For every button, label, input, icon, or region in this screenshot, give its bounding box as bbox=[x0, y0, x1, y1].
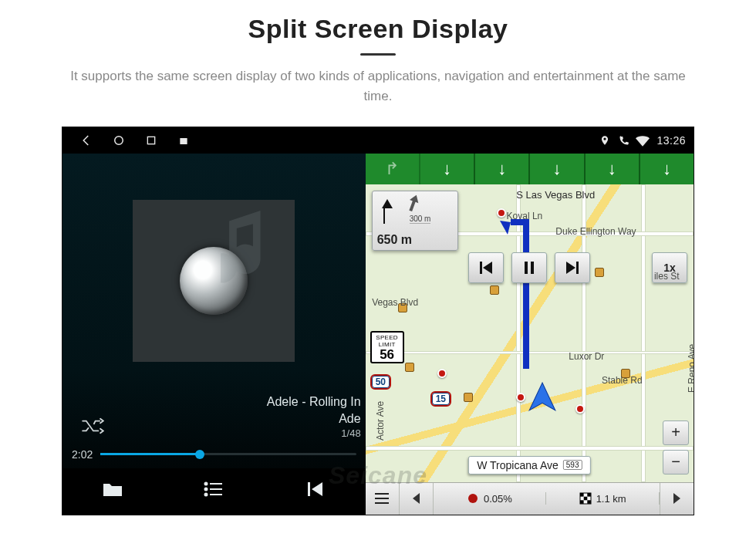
distance-remaining-value: 1.1 km bbox=[596, 493, 626, 505]
music-control-bar bbox=[62, 468, 366, 515]
phone-icon bbox=[618, 133, 629, 147]
nav-bottom-bar: 0.05% 1.1 km bbox=[366, 482, 694, 515]
nav-prev-button[interactable] bbox=[400, 483, 434, 515]
screenshot-icon bbox=[167, 134, 200, 147]
svg-point-5 bbox=[205, 493, 208, 495]
turn-card: 300 m 650 m bbox=[372, 191, 458, 251]
lane-guidance-bar: ↱ ↓ ↓ ↓ ↓ ↓ bbox=[366, 154, 694, 184]
previous-track-button[interactable] bbox=[265, 481, 366, 502]
svg-rect-7 bbox=[531, 262, 534, 274]
svg-point-0 bbox=[115, 137, 123, 145]
track-title: Adele - Rolling In bbox=[118, 393, 361, 410]
elapsed-time: 2:02 bbox=[72, 448, 93, 461]
wifi-icon bbox=[636, 134, 650, 147]
svg-rect-14 bbox=[587, 500, 591, 504]
current-street-sign: W Tropicana Ave 593 bbox=[468, 456, 590, 475]
nav-next-button[interactable] bbox=[660, 483, 694, 515]
lane-arrow-icon: ↓ bbox=[640, 154, 694, 184]
highway-shield: 50 bbox=[370, 374, 391, 390]
lane-arrow-icon: ↓ bbox=[530, 154, 585, 184]
route-progress-value: 0.05% bbox=[484, 493, 512, 505]
svg-rect-2 bbox=[180, 138, 187, 144]
gps-icon bbox=[599, 133, 610, 147]
android-statusbar: 13:26 bbox=[62, 127, 694, 154]
sim-prev-button[interactable] bbox=[468, 252, 504, 283]
zoom-in-button[interactable]: + bbox=[663, 420, 689, 445]
lane-arrow-icon: ↓ bbox=[475, 154, 530, 184]
track-artist: Ade bbox=[118, 410, 361, 427]
zoom-out-button[interactable]: − bbox=[663, 450, 689, 475]
speed-limit-sign: SPEED LIMIT 56 bbox=[370, 331, 404, 363]
svg-rect-10 bbox=[580, 493, 584, 497]
street-label: Vegas Blvd bbox=[372, 297, 418, 308]
svg-rect-12 bbox=[583, 497, 587, 501]
nav-menu-button[interactable] bbox=[366, 483, 400, 515]
track-counter: 1/48 bbox=[118, 427, 361, 441]
album-art bbox=[133, 200, 295, 362]
svg-rect-1 bbox=[147, 137, 154, 144]
back-button[interactable] bbox=[70, 133, 103, 147]
playlist-button[interactable] bbox=[164, 481, 265, 502]
svg-point-8 bbox=[468, 494, 478, 503]
track-info: Adele - Rolling In Ade 1/48 bbox=[62, 393, 366, 444]
route-line bbox=[488, 218, 611, 376]
sim-speed-button[interactable]: 1x bbox=[652, 252, 687, 283]
next-turn-distance: 300 m bbox=[410, 214, 431, 224]
recents-button[interactable] bbox=[135, 133, 167, 147]
svg-point-4 bbox=[205, 488, 208, 490]
navigation-app-pane: ↱ ↓ ↓ ↓ ↓ ↓ bbox=[366, 154, 694, 515]
heading-divider bbox=[360, 53, 396, 56]
route-progress: 0.05% bbox=[434, 492, 547, 505]
sim-next-button[interactable] bbox=[555, 252, 590, 283]
map-canvas[interactable]: 300 m 650 m 1x bbox=[366, 184, 694, 482]
music-note-icon bbox=[221, 211, 282, 291]
lane-arrow-icon: ↱ bbox=[366, 154, 420, 184]
highway-shield: 15 bbox=[430, 391, 451, 407]
page-subtitle: It supports the same screen display of t… bbox=[62, 66, 694, 107]
street-label: Actor Ave bbox=[375, 401, 386, 441]
svg-rect-11 bbox=[587, 493, 591, 497]
vehicle-cursor-icon bbox=[526, 381, 559, 417]
svg-rect-13 bbox=[580, 500, 584, 504]
sim-controls bbox=[468, 252, 590, 283]
map-pin-icon bbox=[497, 208, 506, 218]
zoom-controls: + − bbox=[663, 420, 689, 475]
home-button[interactable] bbox=[103, 133, 135, 147]
turn-distance: 650 m bbox=[377, 233, 453, 247]
lane-arrow-icon: ↓ bbox=[420, 154, 475, 184]
svg-point-3 bbox=[205, 482, 208, 485]
speed-limit-value: 56 bbox=[372, 348, 403, 361]
street-sign-number: 593 bbox=[563, 460, 582, 470]
street-sign-name: W Tropicana Ave bbox=[477, 459, 559, 471]
music-app-pane: Adele - Rolling In Ade 1/48 2:02 bbox=[62, 154, 366, 515]
status-clock: 13:26 bbox=[656, 134, 686, 147]
sim-pause-button[interactable] bbox=[511, 252, 547, 283]
shuffle-button[interactable] bbox=[67, 417, 118, 441]
progress-bar[interactable]: 2:02 bbox=[62, 444, 366, 468]
device-screenshot: 13:26 Adele - Rolling In Ade bbox=[62, 127, 694, 515]
distance-remaining: 1.1 km bbox=[546, 492, 660, 505]
lane-arrow-icon: ↓ bbox=[586, 154, 640, 184]
map-pin-icon bbox=[437, 369, 447, 378]
browse-button[interactable] bbox=[62, 481, 164, 502]
svg-rect-6 bbox=[525, 262, 528, 274]
map-pin-icon bbox=[516, 393, 525, 402]
page-title: Split Screen Display bbox=[0, 14, 756, 44]
